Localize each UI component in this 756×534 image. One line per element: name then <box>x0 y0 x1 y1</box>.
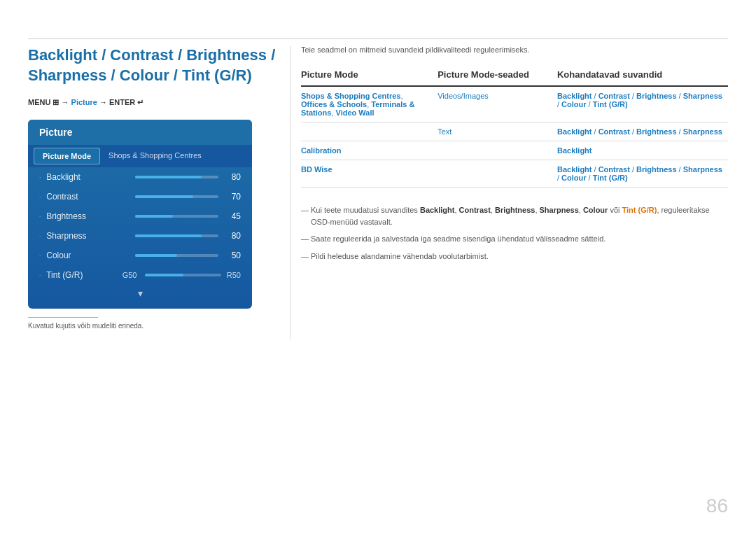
menu-item-sharpness[interactable]: · Sharpness 80 <box>28 226 252 246</box>
table-row: Calibration Backlight <box>301 141 728 160</box>
row4-kohan: Backlight / Contrast / Brightness / Shar… <box>557 160 728 188</box>
menu-arrow2: → ENTER <box>99 98 137 106</box>
backlight-slider[interactable] <box>135 176 218 178</box>
backlight-value: 80 <box>224 172 241 182</box>
tint-value-g: G50 <box>122 271 137 279</box>
menu-arrow1: → <box>62 98 71 106</box>
row1-seaded: Videos/Images <box>438 86 557 122</box>
row2-kohan: Backlight / Contrast / Brightness / Shar… <box>557 122 728 141</box>
menu-item-brightness[interactable]: · Brightness 45 <box>28 206 252 226</box>
menu-item-contrast[interactable]: · Contrast 70 <box>28 187 252 206</box>
dot-icon: · <box>39 213 41 220</box>
menu-item-tint[interactable]: · Tint (G/R) G50 R50 <box>28 265 252 285</box>
table-row: BD Wise Backlight / Contrast / Brightnes… <box>301 160 728 188</box>
intro-text: Teie seadmel on mitmeid suvandeid pildik… <box>301 45 728 54</box>
bullet-item: Kui teete muudatusi suvandites Backlight… <box>301 202 728 230</box>
dot-icon: · <box>39 194 41 200</box>
tab-picture-mode[interactable]: Picture Mode <box>34 148 100 164</box>
right-column: Teie seadmel on mitmeid suvandeid pildik… <box>301 45 728 265</box>
row1-kohan: Backlight / Contrast / Brightness / Shar… <box>557 86 728 122</box>
col-header-kohan: Kohandatavad suvandid <box>557 65 728 86</box>
colour-slider[interactable] <box>135 254 218 257</box>
row4-mode: BD Wise <box>301 160 438 188</box>
tv-panel-tabs: Picture Mode Shops & Shopping Centres <box>28 145 252 167</box>
dot-icon: · <box>39 253 41 259</box>
page-number: 86 <box>706 495 728 517</box>
dot-icon: · <box>39 174 41 181</box>
top-divider <box>28 38 728 39</box>
page-title: Backlight / Contrast / Brightness / Shar… <box>28 45 287 85</box>
row2-seaded: Text <box>438 122 557 141</box>
tv-panel: Picture Picture Mode Shops & Shopping Ce… <box>28 120 252 309</box>
row2-mode <box>301 122 438 141</box>
column-divider <box>290 45 291 339</box>
enter-icon: ↵ <box>137 98 144 106</box>
left-column: Backlight / Contrast / Brightness / Shar… <box>28 45 287 330</box>
tab-shops[interactable]: Shops & Shopping Centres <box>100 148 210 164</box>
bullet-list: Kui teete muudatusi suvandites Backlight… <box>301 202 728 265</box>
col-header-mode: Picture Mode <box>301 65 438 86</box>
tint-label: Tint (G/R) <box>46 270 122 280</box>
row3-seaded <box>438 141 557 160</box>
sharpness-value: 80 <box>224 231 241 241</box>
contrast-value: 70 <box>224 192 241 202</box>
col-header-seaded: Picture Mode-seaded <box>438 65 557 86</box>
menu-icon: ⊞ <box>52 98 59 106</box>
brightness-value: 45 <box>224 211 241 221</box>
info-table: Picture Mode Picture Mode-seaded Kohanda… <box>301 65 728 188</box>
footnote-text: Kuvatud kujutis võib mudeliti erineda. <box>28 322 287 330</box>
bullet-item: Pildi heleduse alandamine vähendab voolu… <box>301 248 728 265</box>
row3-mode: Calibration <box>301 141 438 160</box>
menu-item-backlight[interactable]: · Backlight 80 <box>28 167 252 187</box>
bullet-item: Saate reguleerida ja salvestada iga sead… <box>301 230 728 248</box>
sharpness-label: Sharpness <box>46 231 130 241</box>
table-row: Text Backlight / Contrast / Brightness /… <box>301 122 728 141</box>
row3-kohan: Backlight <box>557 141 728 160</box>
table-row: Shops & Shopping Centres, Offices & Scho… <box>301 86 728 122</box>
menu-item-colour[interactable]: · Colour 50 <box>28 246 252 265</box>
tv-panel-header: Picture <box>28 120 252 145</box>
menu-picture-link[interactable]: Picture <box>71 98 97 106</box>
brightness-slider[interactable] <box>135 215 218 218</box>
row4-seaded <box>438 160 557 188</box>
dot-icon: · <box>39 272 41 279</box>
contrast-label: Contrast <box>46 192 130 202</box>
row1-mode: Shops & Shopping Centres, Offices & Scho… <box>301 86 438 122</box>
sharpness-slider[interactable] <box>135 234 218 237</box>
menu-label: MENU <box>28 98 52 106</box>
tint-slider[interactable] <box>145 274 220 276</box>
colour-label: Colour <box>46 251 130 260</box>
contrast-slider[interactable] <box>135 195 218 198</box>
menu-path: MENU ⊞ → Picture → ENTER ↵ <box>28 98 287 107</box>
chevron-down-icon: ▾ <box>28 285 252 302</box>
dot-icon: · <box>39 233 41 239</box>
brightness-label: Brightness <box>46 211 130 221</box>
colour-value: 50 <box>224 251 241 260</box>
backlight-label: Backlight <box>46 172 130 182</box>
bottom-divider <box>28 317 98 318</box>
tint-value-r: R50 <box>227 271 241 279</box>
